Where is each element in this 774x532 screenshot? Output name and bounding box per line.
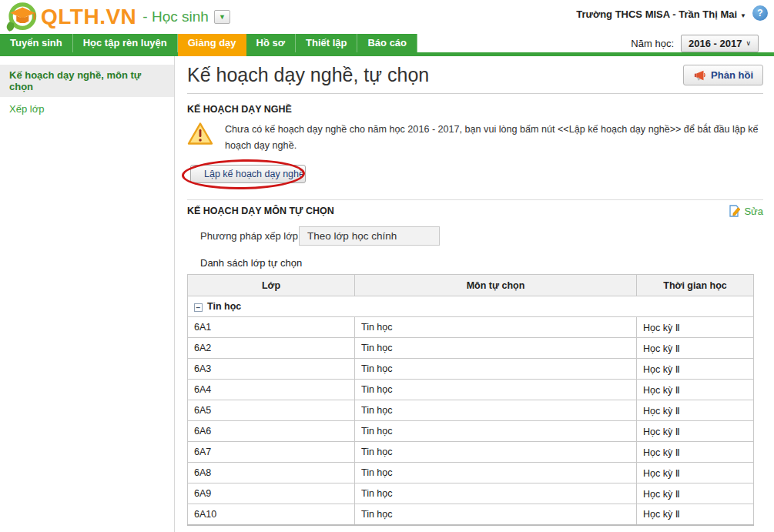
cell-lop: 6A1 (188, 317, 355, 338)
edit-icon (728, 205, 740, 217)
elective-classes-table: Lớp Môn tự chọn Thời gian học −Tin học 6… (187, 274, 754, 526)
class-list-label: Danh sách lớp tự chọn (200, 257, 763, 269)
cell-mon: Tin học (355, 483, 637, 504)
megaphone-icon (693, 69, 706, 81)
chevron-down-icon: ∨ (746, 39, 751, 47)
help-icon[interactable]: ? (752, 5, 768, 21)
tab-thiet-lap[interactable]: Thiết lập (296, 34, 357, 52)
tab-giang-day[interactable]: Giảng dạy (178, 34, 246, 56)
cell-lop: 6A2 (188, 338, 355, 359)
warning-icon (187, 122, 213, 146)
cell-mon: Tin học (355, 317, 637, 338)
create-plan-button-label: Lập kế hoạch dạy nghề (204, 169, 304, 179)
sidebar-item-ke-hoach-day-nghe[interactable]: Kế hoạch dạy nghề, môn tự chọn (0, 65, 174, 97)
tab-tuyen-sinh[interactable]: Tuyển sinh (0, 34, 73, 52)
module-dropdown-button[interactable]: ▼ (214, 10, 230, 24)
user-menu[interactable]: Trường THCS MISA - Trần Thị Mai▼ (576, 8, 746, 20)
cell-time: Học kỳ Ⅱ (637, 421, 754, 442)
table-row: 6A10Tin họcHọc kỳ Ⅱ (188, 504, 754, 525)
table-row: 6A4Tin họcHọc kỳ Ⅱ (188, 380, 754, 400)
edit-link-label: Sửa (744, 206, 763, 217)
cell-mon: Tin học (355, 380, 637, 400)
cell-time: Học kỳ Ⅱ (637, 380, 754, 400)
column-header-lop: Lớp (188, 275, 355, 296)
cell-time: Học kỳ Ⅱ (637, 400, 754, 421)
cell-mon: Tin học (355, 359, 637, 380)
sidebar-item-xep-lop[interactable]: Xếp lớp (0, 99, 174, 119)
cell-mon: Tin học (355, 442, 637, 463)
section-divider (187, 199, 763, 200)
group-label: Tin học (207, 301, 241, 312)
cell-time: Học kỳ Ⅱ (637, 359, 754, 380)
chevron-down-icon: ▼ (740, 12, 746, 19)
table-row: 6A2Tin họcHọc kỳ Ⅱ (188, 338, 754, 359)
table-row: 6A6Tin họcHọc kỳ Ⅱ (188, 421, 754, 442)
cell-time: Học kỳ Ⅱ (637, 483, 754, 504)
group-row: −Tin học (188, 296, 754, 317)
table-row: 6A3Tin họcHọc kỳ Ⅱ (188, 359, 754, 380)
method-value-field: Theo lớp học chính (299, 226, 440, 246)
column-header-time: Thời gian học (637, 275, 754, 296)
logo-module-label: - Học sinh (142, 8, 209, 25)
cell-lop: 6A3 (188, 359, 355, 380)
tab-ho-so[interactable]: Hồ sơ (246, 34, 296, 52)
cell-lop: 6A6 (188, 421, 355, 442)
cell-lop: 6A4 (188, 380, 355, 400)
table-header-row: Lớp Môn tự chọn Thời gian học (188, 275, 754, 296)
logo-text: QLTH.VN (41, 5, 136, 29)
main-nav: Tuyển sinh Học tập rèn luyện Giảng dạy H… (0, 34, 417, 56)
table-row: 6A9Tin họcHọc kỳ Ⅱ (188, 483, 754, 504)
cell-lop: 6A8 (188, 463, 355, 483)
sidebar: Kế hoạch dạy nghề, môn tự chọn Xếp lớp (0, 56, 175, 532)
collapse-icon[interactable]: − (194, 303, 203, 312)
app-header: QLTH.VN - Học sinh ▼ Trường THCS MISA - … (0, 0, 774, 34)
method-label: Phương pháp xếp lớp (200, 230, 299, 242)
cell-time: Học kỳ Ⅱ (637, 442, 754, 463)
main-content: Kế hoạch dạy nghề, tự chọn Phản hồi KẾ H… (187, 56, 763, 526)
cell-lop: 6A10 (188, 504, 355, 525)
table-row: 6A5Tin họcHọc kỳ Ⅱ (188, 400, 754, 421)
table-row: 6A1Tin họcHọc kỳ Ⅱ (188, 317, 754, 338)
cell-time: Học kỳ Ⅱ (637, 463, 754, 483)
feedback-button-label: Phản hồi (711, 69, 753, 81)
user-name: Trường THCS MISA - Trần Thị Mai (576, 8, 737, 20)
cell-mon: Tin học (355, 463, 637, 483)
section-title-tu-chon: KẾ HOẠCH DẠY MÔN TỰ CHỌN (187, 206, 334, 216)
school-year-dropdown[interactable]: 2016 - 2017 ∨ (681, 35, 759, 52)
cell-mon: Tin học (355, 338, 637, 359)
edit-link[interactable]: Sửa (728, 205, 763, 217)
school-year-label: Năm học: (631, 38, 674, 49)
cell-lop: 6A5 (188, 400, 355, 421)
cell-mon: Tin học (355, 421, 637, 442)
column-header-mon: Môn tự chọn (355, 275, 637, 296)
table-row: 6A8Tin họcHọc kỳ Ⅱ (188, 463, 754, 483)
cell-time: Học kỳ Ⅱ (637, 338, 754, 359)
feedback-button[interactable]: Phản hồi (683, 65, 763, 85)
tab-hoc-tap-ren-luyen[interactable]: Học tập rèn luyện (73, 34, 178, 52)
cell-lop: 6A7 (188, 442, 355, 463)
section-title-day-nghe: KẾ HOẠCH DẠY NGHỀ (187, 104, 763, 115)
cell-lop: 6A9 (188, 483, 355, 504)
tab-bao-cao[interactable]: Báo cáo (357, 34, 417, 52)
table-row: 6A7Tin họcHọc kỳ Ⅱ (188, 442, 754, 463)
cell-mon: Tin học (355, 400, 637, 421)
cell-time: Học kỳ Ⅱ (637, 317, 754, 338)
cell-time: Học kỳ Ⅱ (637, 504, 754, 525)
warning-message: Chưa có kế hoạch dạy nghề cho năm học 20… (225, 122, 763, 154)
graduation-cap-logo-icon (5, 1, 38, 33)
school-year-value: 2016 - 2017 (689, 38, 742, 49)
page-title: Kế hoạch dạy nghề, tự chọn (187, 64, 429, 86)
logo[interactable]: QLTH.VN - Học sinh ▼ (5, 1, 230, 33)
cell-mon: Tin học (355, 504, 637, 525)
create-plan-button[interactable]: Lập kế hoạch dạy nghề (190, 165, 306, 183)
